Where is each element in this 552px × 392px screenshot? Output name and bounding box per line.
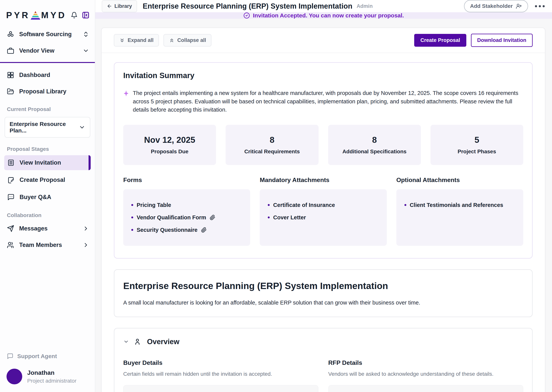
rfp-details-subtitle: Vendors will be asked to acknowledge und… (328, 371, 523, 377)
bullet-icon (131, 204, 133, 206)
sidebar-item-dashboard[interactable]: Dashboard (0, 67, 95, 83)
stat-label: Project Phases (434, 148, 519, 155)
proposal-stages-label: Proposal Stages (0, 140, 95, 154)
invitation-accepted-banner: Invitation Accepted. You can now create … (95, 12, 552, 19)
expand-all-button[interactable]: Expand all (114, 34, 159, 47)
list-item-label: Security Questionnaire (137, 227, 198, 233)
chat-square-icon (7, 353, 14, 359)
sidebar-item-buyer-qa[interactable]: Buyer Q&A (4, 190, 91, 205)
sidebar-item-label: Team Members (19, 242, 62, 248)
back-to-library-button[interactable]: Library (102, 0, 137, 12)
stat-card-proposals-due: Nov 12, 2025 Proposals Due (123, 125, 216, 165)
sidebar-item-label: Dashboard (19, 72, 50, 78)
notifications-button[interactable] (71, 12, 78, 19)
list-item: Certificate of Insurance (268, 202, 378, 208)
sidebar-item-label: Proposal Library (19, 88, 66, 95)
page-title: Enterprise Resource Planning (ERP) Syste… (143, 2, 352, 10)
mandatory-attachments-title: Mandatory Attachments (260, 176, 387, 183)
stat-card-additional-specifications: 8 Additional Specifications (328, 125, 421, 165)
clipboard-pen-icon (7, 176, 15, 183)
document-icon (7, 159, 15, 166)
summary-stats: Nov 12, 2025 Proposals Due 8 Critical Re… (123, 125, 523, 165)
list-item-label: Certificate of Insurance (273, 202, 335, 208)
grid-icon (7, 71, 14, 79)
paperclip-icon (201, 227, 207, 233)
chevrons-up-down-icon (83, 31, 89, 37)
logo-text-left: PYR (6, 10, 30, 20)
panel-collapse-icon (82, 11, 89, 19)
overview-section: Overview Buyer Details Certain fields wi… (114, 328, 533, 392)
arrow-left-icon (107, 3, 112, 9)
rfp-deadlines-table: Key Deadline Date (328, 385, 523, 392)
sidebar-item-software-sourcing[interactable]: Software Sourcing (0, 26, 95, 42)
sidebar-item-label: Software Sourcing (19, 31, 72, 38)
user-profile[interactable]: Jonathan Project administrator (0, 363, 95, 392)
rfp-details-column: RFP Details Vendors will be asked to ack… (328, 359, 523, 392)
sidebar-item-label: Buyer Q&A (20, 194, 51, 201)
collapse-sidebar-button[interactable] (82, 11, 89, 19)
collapse-all-label: Collapse all (177, 37, 206, 43)
stat-value: 5 (434, 135, 519, 145)
invitation-summary-section: Invitation Summary The project entails i… (114, 62, 533, 259)
sidebar-item-team-members[interactable]: Team Members (0, 237, 95, 253)
list-item: Cover Letter (268, 214, 378, 221)
more-menu-button[interactable] (535, 5, 545, 7)
list-item: Pricing Table (131, 202, 242, 208)
optional-attachments-column: Optional Attachments Client Testimonials… (396, 176, 523, 246)
forms-card: Pricing Table Vendor Qualification Form (123, 189, 250, 246)
sidebar-item-label: Create Proposal (20, 176, 65, 183)
bell-icon (71, 12, 78, 19)
panel-toolbar: Expand all Collapse all Create Proposal … (102, 28, 545, 53)
invitation-summary-text: The project entails implementing a new s… (133, 89, 523, 114)
chevron-right-icon (83, 242, 89, 248)
list-item-label: Vendor Qualification Form (137, 214, 206, 221)
list-item: Vendor Qualification Form (131, 214, 242, 221)
add-stakeholder-button[interactable]: Add Stakeholder (464, 0, 528, 12)
person-icon (134, 338, 141, 345)
stat-label: Additional Specifications (332, 148, 417, 155)
current-proposal-select[interactable]: Enterprise Resource Plan... (5, 117, 90, 138)
logo-text-right: MYD (41, 10, 66, 20)
optional-attachments-title: Optional Attachments (396, 176, 523, 183)
stat-value: 8 (332, 135, 417, 145)
download-invitation-button[interactable]: Download Invitation (471, 34, 533, 47)
sidebar-item-messages[interactable]: Messages (0, 220, 95, 237)
collapse-all-button[interactable]: Collapse all (163, 34, 211, 47)
sidebar-item-view-invitation[interactable]: View Invitation (4, 155, 91, 170)
collaboration-label: Collaboration (0, 206, 95, 220)
sidebar-item-create-proposal[interactable]: Create Proposal (4, 172, 91, 187)
company-name-card: Company Name Acme Manufacturing Inc. (123, 385, 318, 392)
summary-lists: Forms Pricing Table Vendor Qualification… (123, 176, 523, 246)
expand-all-label: Expand all (128, 37, 153, 43)
sidebar-item-vendor-view[interactable]: Vendor View (0, 42, 95, 59)
paperclip-icon (210, 215, 215, 220)
ellipsis-icon (543, 5, 545, 7)
list-item-label: Client Testimonials and References (410, 202, 503, 208)
support-agent-label: Support Agent (17, 353, 57, 359)
chevrons-down-icon (119, 37, 125, 43)
stat-label: Critical Requirements (229, 148, 314, 155)
stat-card-critical-requirements: 8 Critical Requirements (225, 125, 318, 165)
stat-card-project-phases: 5 Project Phases (430, 125, 523, 165)
admin-badge: Admin (356, 3, 373, 9)
list-item: Client Testimonials and References (404, 202, 515, 208)
avatar (7, 369, 22, 384)
forms-column: Forms Pricing Table Vendor Qualification… (123, 176, 250, 246)
pyramyd-logo: PYR MYD (6, 10, 66, 20)
create-proposal-button[interactable]: Create Proposal (414, 34, 466, 47)
stat-value: 8 (229, 135, 314, 145)
overview-title: Overview (147, 338, 179, 346)
chevron-right-icon (83, 225, 89, 232)
sidebar-item-proposal-library[interactable]: Proposal Library (0, 83, 95, 100)
list-item-label: Pricing Table (137, 202, 171, 208)
bullet-icon (131, 217, 133, 218)
sidebar-item-label: View Invitation (20, 159, 61, 166)
chevron-down-icon[interactable] (123, 339, 129, 344)
users-icon (7, 241, 14, 249)
user-role: Project administrator (27, 378, 76, 384)
sidebar: PYR MYD Software Sourcing (0, 0, 95, 392)
sparkle-icon (123, 90, 129, 97)
support-agent-button[interactable]: Support Agent (0, 349, 95, 363)
sidebar-item-label: Vendor View (19, 47, 54, 54)
back-button-label: Library (114, 3, 132, 9)
